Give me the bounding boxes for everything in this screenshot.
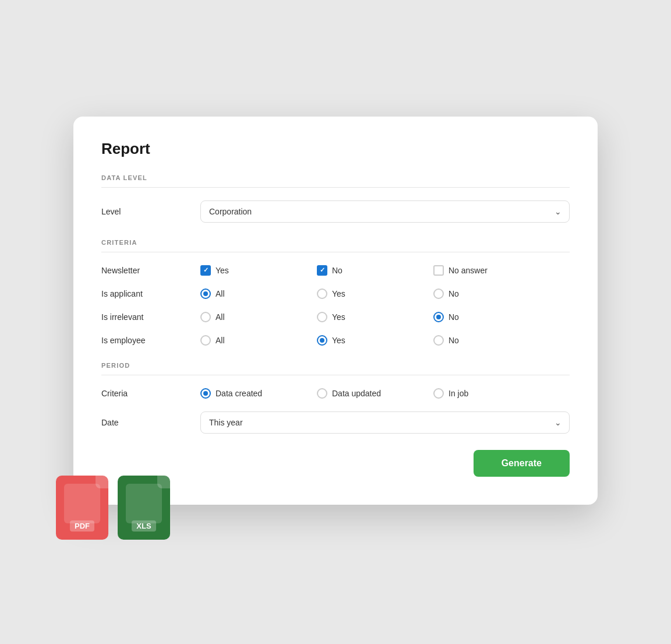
applicant-no-option[interactable]: No — [433, 288, 550, 299]
employee-no-option[interactable]: No — [433, 335, 550, 346]
newsletter-yes-label: Yes — [216, 266, 229, 275]
page-title: Report — [101, 140, 570, 158]
newsletter-row: Newsletter Yes No No answer — [101, 265, 570, 276]
applicant-all-label: All — [216, 289, 225, 298]
divider-period — [101, 375, 570, 375]
irrelevant-no-option[interactable]: No — [433, 312, 550, 322]
xls-icon-shape — [126, 484, 162, 523]
criteria-data-updated-option[interactable]: Data updated — [317, 388, 433, 399]
period-criteria-label: Criteria — [101, 389, 200, 398]
newsletter-no-option[interactable]: No — [317, 265, 433, 276]
irrelevant-all-label: All — [216, 312, 225, 322]
criteria-in-job-option[interactable]: In job — [433, 388, 550, 399]
is-irrelevant-label: Is irrelevant — [101, 312, 200, 322]
is-applicant-label: Is applicant — [101, 289, 200, 298]
level-select[interactable]: Corporation Individual Department — [200, 200, 570, 223]
newsletter-no-label: No — [332, 266, 342, 275]
criteria-data-created-label: Data created — [216, 389, 262, 398]
divider-criteria — [101, 252, 570, 252]
date-select-wrapper[interactable]: This year Last year Last 6 months Custom… — [200, 411, 570, 434]
newsletter-label: Newsletter — [101, 266, 200, 275]
applicant-no-radio[interactable] — [433, 288, 444, 299]
is-employee-row: Is employee All Yes No — [101, 335, 570, 346]
xls-file-icon[interactable]: XLS — [118, 476, 170, 540]
period-criteria-row: Criteria Data created Data updated In jo… — [101, 388, 570, 399]
is-employee-options: All Yes No — [200, 335, 570, 346]
newsletter-noanswer-checkbox[interactable] — [433, 265, 444, 276]
section-criteria: CRITERIA — [101, 239, 570, 246]
employee-all-option[interactable]: All — [200, 335, 317, 346]
employee-no-label: No — [448, 336, 459, 345]
irrelevant-no-radio[interactable] — [433, 312, 444, 322]
is-employee-label: Is employee — [101, 336, 200, 345]
date-select[interactable]: This year Last year Last 6 months Custom — [200, 411, 570, 434]
level-select-wrapper[interactable]: Corporation Individual Department ⌄ — [200, 200, 570, 223]
newsletter-no-checkbox[interactable] — [317, 265, 327, 276]
newsletter-options: Yes No No answer — [200, 265, 570, 276]
section-period: PERIOD — [101, 362, 570, 369]
applicant-no-label: No — [448, 289, 459, 298]
employee-no-radio[interactable] — [433, 335, 444, 346]
employee-yes-radio[interactable] — [317, 335, 327, 346]
date-field-row: Date This year Last year Last 6 months C… — [101, 411, 570, 434]
employee-all-label: All — [216, 336, 225, 345]
level-field-row: Level Corporation Individual Department … — [101, 200, 570, 223]
divider-data-level — [101, 187, 570, 188]
criteria-in-job-label: In job — [448, 389, 468, 398]
criteria-data-updated-radio[interactable] — [317, 388, 327, 399]
section-data-level: DATA LEVEL — [101, 174, 570, 181]
irrelevant-yes-radio[interactable] — [317, 312, 327, 322]
level-label: Level — [101, 207, 200, 216]
is-irrelevant-options: All Yes No — [200, 312, 570, 322]
applicant-yes-radio[interactable] — [317, 288, 327, 299]
is-irrelevant-row: Is irrelevant All Yes No — [101, 312, 570, 322]
is-applicant-row: Is applicant All Yes No — [101, 288, 570, 299]
period-criteria-options: Data created Data updated In job — [200, 388, 570, 399]
employee-all-radio[interactable] — [200, 335, 211, 346]
irrelevant-all-option[interactable]: All — [200, 312, 317, 322]
footer-row: Generate — [101, 450, 570, 477]
irrelevant-yes-option[interactable]: Yes — [317, 312, 433, 322]
applicant-all-option[interactable]: All — [200, 288, 317, 299]
irrelevant-all-radio[interactable] — [200, 312, 211, 322]
generate-button[interactable]: Generate — [474, 450, 570, 477]
irrelevant-no-label: No — [448, 312, 459, 322]
criteria-data-created-option[interactable]: Data created — [200, 388, 317, 399]
criteria-data-updated-label: Data updated — [332, 389, 381, 398]
employee-yes-option[interactable]: Yes — [317, 335, 433, 346]
criteria-data-created-radio[interactable] — [200, 388, 211, 399]
newsletter-noanswer-label: No answer — [448, 266, 488, 275]
is-applicant-options: All Yes No — [200, 288, 570, 299]
pdf-icon-shape — [64, 484, 100, 523]
irrelevant-yes-label: Yes — [332, 312, 345, 322]
applicant-yes-option[interactable]: Yes — [317, 288, 433, 299]
employee-yes-label: Yes — [332, 336, 345, 345]
criteria-in-job-radio[interactable] — [433, 388, 444, 399]
applicant-all-radio[interactable] — [200, 288, 211, 299]
applicant-yes-label: Yes — [332, 289, 345, 298]
newsletter-yes-checkbox[interactable] — [200, 265, 211, 276]
newsletter-yes-option[interactable]: Yes — [200, 265, 317, 276]
date-label: Date — [101, 418, 200, 427]
newsletter-noanswer-option[interactable]: No answer — [433, 265, 550, 276]
file-icons-container: PDF XLS — [56, 476, 170, 540]
pdf-file-icon[interactable]: PDF — [56, 476, 108, 540]
